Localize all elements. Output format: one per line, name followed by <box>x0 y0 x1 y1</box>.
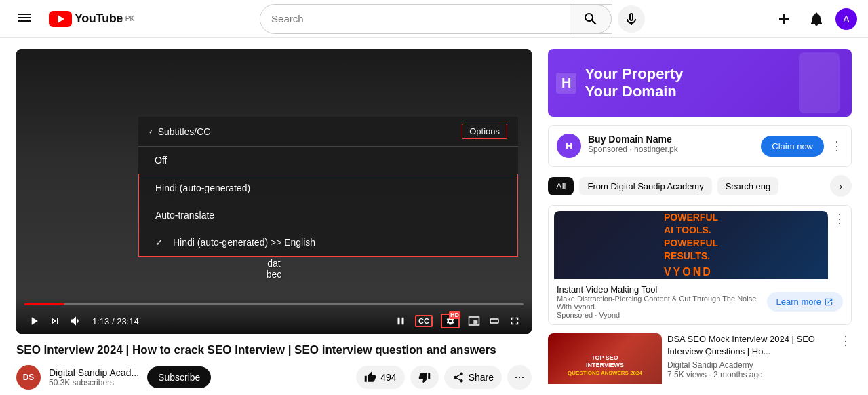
chip-digital-sandip[interactable]: From Digital Sandip Academy <box>579 177 711 195</box>
subtitle-panel: ‹ Subtitles/CC Options Off Hindi (auto-g… <box>138 117 518 257</box>
youtube-logo-text: YouTube <box>75 12 123 26</box>
more-actions-button[interactable]: ··· <box>507 365 532 390</box>
video-controls-area: 1:13 / 23:14 CC HD <box>16 298 532 334</box>
search-bar <box>260 4 612 34</box>
learn-more-label: Learn more <box>776 297 821 307</box>
sponsored-label: Sponsored · Vyond <box>557 311 762 319</box>
filter-chips: All From Digital Sandip Academy Search e… <box>548 175 852 197</box>
volume-button[interactable] <box>66 312 85 331</box>
chip-search-eng[interactable]: Search eng <box>717 177 779 195</box>
search-button[interactable] <box>570 5 612 33</box>
ad-person <box>792 49 846 117</box>
like-button[interactable]: 494 <box>356 366 404 389</box>
current-time: 1:13 <box>92 316 109 326</box>
header-right: A <box>770 5 857 33</box>
hamburger-button[interactable] <box>11 5 38 33</box>
youtube-logo[interactable]: YouTubePK <box>49 11 134 27</box>
header: YouTubePK A <box>0 0 868 38</box>
hamburger-icon <box>16 10 33 28</box>
vyond-ai-text3: POWERFUL <box>664 238 718 249</box>
subscribe-button[interactable]: Subscribe <box>147 366 211 388</box>
settings-box: HD <box>441 314 460 328</box>
back-arrow-icon[interactable]: ‹ <box>149 126 153 137</box>
overlay-line1: dat <box>16 258 532 269</box>
subtitle-item-autotranslate[interactable]: Auto-translate <box>139 202 517 229</box>
header-left: YouTubePK <box>11 5 134 33</box>
cc-button[interactable]: CC <box>412 312 435 330</box>
learn-more-button[interactable]: Learn more <box>767 292 843 312</box>
total-time: 23:14 <box>117 316 139 326</box>
header-center <box>134 4 770 34</box>
country-label: PK <box>125 15 134 22</box>
channel-avatar: DS <box>16 365 41 390</box>
video-info: SEO Interview 2024 | How to crack SEO In… <box>16 342 532 390</box>
vyond-ai-text2: AI TOOLS. <box>664 225 718 236</box>
channel-subscribers: 50.3K subscribers <box>49 378 139 388</box>
chip-arrow-button[interactable]: › <box>830 175 852 197</box>
sponsored-description: Make Distraction-Piercing Content & Cut … <box>557 295 762 311</box>
subtitle-autotranslate-label: Auto-translate <box>155 210 214 221</box>
notifications-button[interactable] <box>803 5 830 33</box>
vyond-ai-text4: RESULTS. <box>664 250 718 262</box>
miniplayer-button[interactable] <box>465 312 483 330</box>
like-count: 494 <box>380 372 396 383</box>
search-input[interactable] <box>260 7 570 30</box>
play-button[interactable] <box>24 312 43 331</box>
fullscreen-button[interactable] <box>506 312 524 330</box>
sponsored-thumb: POWERFUL AI TOOLS. POWERFUL RESULTS. VYO… <box>554 211 828 279</box>
rec-title: DSA SEO Mock Interview 2024 | SEO Interv… <box>667 333 834 358</box>
rec-views: 7.5K views <box>667 370 707 379</box>
ad-card-sponsored: Sponsored · hostinger.pk <box>588 145 754 154</box>
subtitle-hindi-label: Hindi (auto-generated) <box>155 183 250 193</box>
next-button[interactable] <box>46 312 64 330</box>
channel-row: DS Digital Sandip Acad... 50.3K subscrib… <box>16 365 532 390</box>
rec-channel: Digital Sandip Academy <box>667 360 834 370</box>
ad-card: H Buy Domain Name Sponsored · hostinger.… <box>548 125 852 167</box>
dsa-thumb-title: TOP SEOINTERVIEWS <box>586 354 624 369</box>
action-row: 494 Share ··· <box>356 365 532 390</box>
rec-more-button[interactable]: ⋮ <box>840 333 852 384</box>
channel-name[interactable]: Digital Sandip Acad... <box>49 367 139 378</box>
ad-banner[interactable]: H Your Property Your Domain <box>548 49 852 117</box>
theater-button[interactable] <box>486 312 503 330</box>
subtitle-item-off[interactable]: Off <box>138 147 518 174</box>
dislike-button[interactable] <box>410 366 439 389</box>
chip-all[interactable]: All <box>548 177 574 195</box>
hd-badge: HD <box>449 311 460 319</box>
subtitle-heading: Subtitles/CC <box>158 126 211 137</box>
ad-banner-text: Your Property Your Domain <box>585 65 683 101</box>
ad-banner-line1: Your Property <box>585 65 683 83</box>
settings-button[interactable]: HD <box>438 311 462 331</box>
rec-card[interactable]: TOP SEOINTERVIEWS QUESTIONS ANSWERS 2024… <box>548 333 852 384</box>
create-button[interactable] <box>770 5 797 33</box>
video-player[interactable]: ‹ Subtitles/CC Options Off Hindi (auto-g… <box>16 49 532 334</box>
overlay-line2: bec <box>16 269 532 280</box>
sponsored-desc: Instant Video Making Tool Make Distracti… <box>557 284 762 319</box>
video-title: SEO Interview 2024 | How to crack SEO In… <box>16 342 532 358</box>
share-label: Share <box>469 372 494 383</box>
subtitle-item-hindi-english[interactable]: ✓ Hindi (auto-generated) >> English <box>139 229 517 256</box>
avatar[interactable]: A <box>835 8 857 30</box>
rec-thumbnail: TOP SEOINTERVIEWS QUESTIONS ANSWERS 2024… <box>548 333 662 384</box>
subtitle-options-button[interactable]: Options <box>462 124 507 139</box>
sponsored-bottom: Instant Video Making Tool Make Distracti… <box>549 279 851 324</box>
channel-info: Digital Sandip Acad... 50.3K subscribers <box>49 367 139 388</box>
mic-button[interactable] <box>618 5 645 33</box>
subtitle-item-hindi[interactable]: Hindi (auto-generated) <box>139 174 517 202</box>
ad-person-shape <box>799 52 840 113</box>
progress-bar-track[interactable] <box>24 303 524 305</box>
video-section: ‹ Subtitles/CC Options Off Hindi (auto-g… <box>16 49 532 384</box>
vyond-brand-text: VYOND <box>664 266 718 278</box>
share-button[interactable]: Share <box>444 366 502 389</box>
ad-card-text: Buy Domain Name Sponsored · hostinger.pk <box>588 134 754 154</box>
video-text-overlay: dat bec <box>16 258 532 280</box>
dsa-thumb-background: TOP SEOINTERVIEWS QUESTIONS ANSWERS 2024 <box>548 333 662 384</box>
time-display: 1:13 / 23:14 <box>92 316 139 326</box>
pause-button[interactable] <box>392 312 410 330</box>
sponsored-more-button[interactable]: ⋮ <box>833 211 846 226</box>
dsa-thumb-sub: QUESTIONS ANSWERS 2024 <box>568 370 642 376</box>
claim-now-button[interactable]: Claim now <box>761 136 824 157</box>
ad-card-more-button[interactable]: ⋮ <box>831 138 843 153</box>
sponsored-ad-card: POWERFUL AI TOOLS. POWERFUL RESULTS. VYO… <box>548 205 852 325</box>
subtitle-header: ‹ Subtitles/CC Options <box>138 117 518 147</box>
